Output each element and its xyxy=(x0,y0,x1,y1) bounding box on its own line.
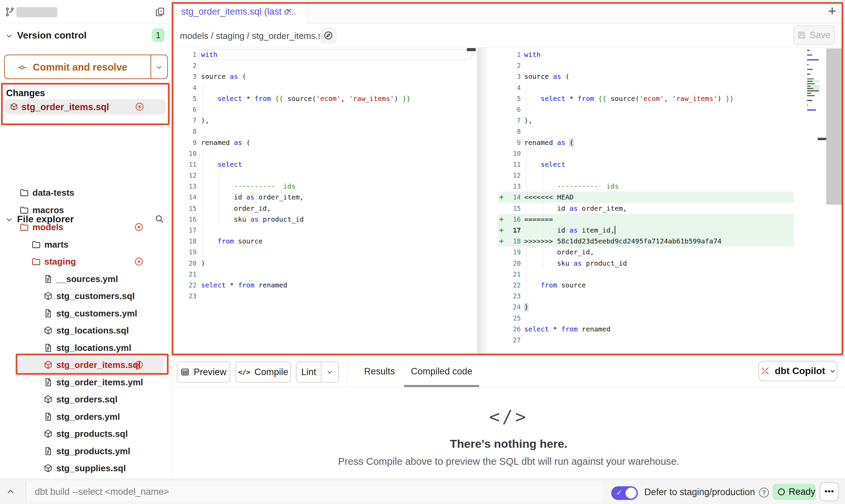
code-line[interactable]: 3source as ( xyxy=(498,71,794,82)
code-line[interactable]: 16 sku as product_id xyxy=(172,214,476,225)
file-explorer-item[interactable]: stg_order_items.sql xyxy=(0,356,172,374)
code-line[interactable]: 18 from source xyxy=(172,236,476,247)
chevron-down-icon[interactable] xyxy=(5,32,13,40)
file-explorer-item[interactable]: data-tests xyxy=(0,184,172,202)
file-explorer-item[interactable]: models xyxy=(0,219,172,236)
code-editor[interactable]: 1with23source as (45 select * from {{ so… xyxy=(172,48,845,356)
code-line[interactable]: 23 xyxy=(172,291,476,301)
lint-dropdown-chevron-icon[interactable] xyxy=(321,369,338,375)
code-line[interactable]: 5 select * from {{ source('ecom', 'raw_i… xyxy=(498,93,794,104)
code-line[interactable]: 3source as ( xyxy=(172,71,476,82)
version-control-section[interactable]: Version control 1 xyxy=(0,24,172,48)
code-line[interactable]: 19 order_id, xyxy=(498,247,794,257)
commit-dropdown-chevron-icon[interactable] xyxy=(155,63,163,71)
code-line[interactable]: 6 xyxy=(498,104,794,115)
code-line[interactable]: 22select * from renamed xyxy=(172,280,476,291)
code-line[interactable]: 4 xyxy=(498,82,794,93)
copy-icon[interactable] xyxy=(155,7,165,17)
code-line[interactable]: +16======= xyxy=(498,214,794,225)
compile-button[interactable]: </> Compile xyxy=(235,361,291,383)
file-explorer-item[interactable]: marts xyxy=(0,236,172,253)
lint-button[interactable]: Lint xyxy=(296,361,339,383)
lineage-button[interactable] xyxy=(320,27,336,44)
code-line[interactable]: 4 xyxy=(172,82,476,93)
code-line[interactable]: 20) xyxy=(172,258,476,269)
code-line[interactable]: 10 xyxy=(172,148,476,159)
code-line[interactable]: 1with xyxy=(172,49,476,60)
code-line[interactable]: 14 id as order_item, xyxy=(172,192,476,203)
revert-close-icon[interactable] xyxy=(135,102,144,112)
file-explorer-item[interactable]: stg_products.sql xyxy=(0,425,172,443)
minimap[interactable] xyxy=(807,49,819,114)
command-input[interactable] xyxy=(27,482,603,502)
file-explorer-item[interactable]: stg_orders.yml xyxy=(0,408,172,426)
file-explorer-item[interactable]: stg_supplies.sql xyxy=(0,460,172,477)
code-line[interactable]: 2 xyxy=(172,60,476,71)
modified-close-icon[interactable] xyxy=(134,360,144,370)
changes-file-row[interactable]: stg_order_items.sql xyxy=(5,99,166,114)
code-line[interactable]: 12 xyxy=(498,170,794,181)
code-line[interactable]: 24) xyxy=(498,301,794,312)
commit-and-resolve-button[interactable]: Commit and resolve xyxy=(4,55,168,79)
modified-close-icon[interactable] xyxy=(134,222,144,232)
editor-pane-original[interactable]: 1with23source as (45 select * from {{ so… xyxy=(172,48,476,356)
more-options-button[interactable]: ••• xyxy=(820,482,839,501)
new-tab-button[interactable]: + xyxy=(828,3,836,19)
code-line[interactable]: 8 xyxy=(172,126,476,137)
file-explorer-item[interactable]: stg_locations.yml xyxy=(0,339,172,357)
tab-results[interactable]: Results xyxy=(358,356,401,387)
save-button[interactable]: Save xyxy=(793,25,835,45)
file-explorer-item[interactable]: stg_orders.sql xyxy=(0,391,172,408)
code-line[interactable]: 15 order_id, xyxy=(172,203,476,214)
code-line[interactable]: 12 xyxy=(172,170,476,181)
code-line[interactable]: 5 select * from {{ source('ecom', 'raw_i… xyxy=(172,93,476,104)
code-line[interactable]: 11 select xyxy=(172,159,476,170)
dbt-copilot-button[interactable]: dbt Copilot xyxy=(758,361,837,381)
chevron-up-icon[interactable] xyxy=(6,487,15,496)
file-explorer-item[interactable]: stg_order_items.yml xyxy=(0,374,172,391)
code-line[interactable]: 9renamed as ( xyxy=(172,137,476,148)
code-line[interactable]: 23 xyxy=(498,291,794,301)
code-line[interactable]: 9renamed as ( xyxy=(498,137,794,148)
code-line[interactable]: 8 xyxy=(498,126,794,137)
left-pane-scrollbar-thumb[interactable] xyxy=(467,48,476,51)
tab-stg-order-items[interactable]: stg_order_items.sql (last c... × xyxy=(172,0,307,24)
tab-compiled-code[interactable]: Compiled code xyxy=(404,356,479,387)
defer-toggle[interactable]: ✓ xyxy=(611,486,638,500)
code-line[interactable]: 26select * from renamed xyxy=(498,324,794,335)
file-explorer-item[interactable]: macros xyxy=(0,202,172,219)
code-line[interactable]: 22 from source xyxy=(498,280,794,291)
code-line[interactable]: 21 xyxy=(172,269,476,280)
tab-title[interactable]: stg_order_items.sql (last c... xyxy=(181,6,297,17)
close-icon[interactable]: × xyxy=(286,5,292,16)
code-line[interactable]: 19 xyxy=(172,247,476,257)
code-line[interactable]: 11 select xyxy=(498,159,794,170)
code-line[interactable]: +14<<<<<<< HEAD xyxy=(498,192,794,203)
code-line[interactable]: +18>>>>>>> 58c1dd23d5eebd9cd2495fa7124ab… xyxy=(498,236,794,247)
file-explorer-item[interactable]: stg_locations.sql xyxy=(0,322,172,339)
preview-button[interactable]: Preview xyxy=(177,361,230,383)
code-line[interactable]: 1with xyxy=(498,49,794,60)
code-line[interactable]: 15 id as order_item, xyxy=(498,203,794,214)
file-explorer-item[interactable]: stg_customers.sql xyxy=(0,287,172,305)
code-line[interactable]: 10 xyxy=(498,148,794,159)
right-pane-scrollbar-thumb[interactable] xyxy=(826,48,843,205)
code-line[interactable]: 7), xyxy=(498,115,794,126)
code-line[interactable]: +17 id as item_id, xyxy=(498,225,794,236)
file-explorer-item[interactable]: stg_customers.yml xyxy=(0,305,172,322)
code-line[interactable]: 17 xyxy=(172,225,476,236)
ready-status-badge[interactable]: Ready xyxy=(773,484,816,500)
file-explorer-item[interactable]: stg_products.yml xyxy=(0,443,172,460)
code-line[interactable]: 6 xyxy=(172,104,476,115)
file-explorer-item[interactable]: staging xyxy=(0,253,172,270)
modified-close-icon[interactable] xyxy=(134,257,144,266)
editor-pane-modified[interactable]: 1with23source as (45 select * from {{ so… xyxy=(498,48,794,356)
code-line[interactable]: 25 xyxy=(498,313,794,324)
file-explorer-item[interactable]: __sources.yml xyxy=(0,270,172,288)
code-line[interactable]: 2 xyxy=(498,60,794,71)
code-line[interactable]: 13 ---------- ids xyxy=(172,181,476,192)
code-line[interactable]: 21 xyxy=(498,269,794,280)
help-icon[interactable]: ? xyxy=(759,488,769,498)
code-line[interactable]: 20 sku as product_id xyxy=(498,258,794,269)
code-line[interactable]: 7), xyxy=(172,115,476,126)
